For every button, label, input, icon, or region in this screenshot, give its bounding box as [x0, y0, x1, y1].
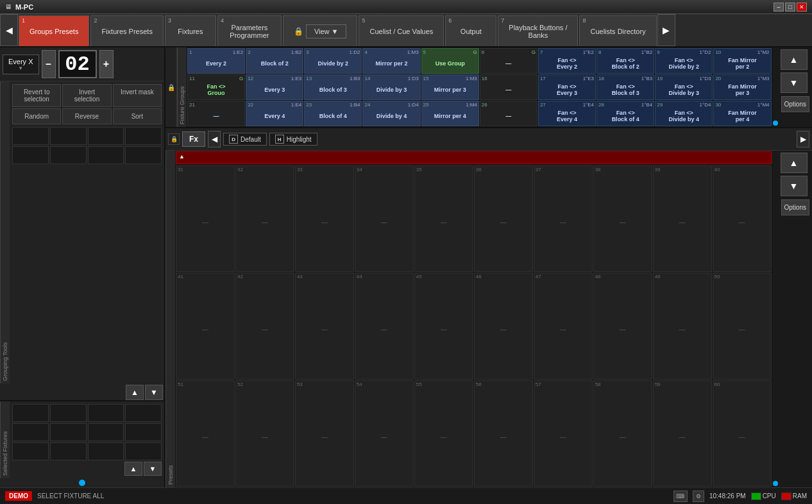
preset-cell-41[interactable]: 41— — [176, 273, 235, 379]
fg-scroll-up-button[interactable]: ▲ — [781, 49, 808, 70]
fg-cell-22[interactable]: 22 1:E4 Every 4 — [246, 101, 303, 126]
preset-cell-56[interactable]: 56— — [474, 380, 533, 487]
minimize-button[interactable]: – — [774, 3, 784, 12]
fg-cell-7[interactable]: 7 1°E2 Fan <>Every 2 — [538, 48, 596, 74]
preset-cell-54[interactable]: 54— — [355, 380, 414, 487]
preset-cell-57[interactable]: 57— — [534, 380, 593, 487]
fg-cell-20[interactable]: 20 1°M3 Fan Mirrorper 3 — [713, 74, 771, 100]
preset-cell-52[interactable]: 52— — [235, 380, 294, 487]
preset-cell-47[interactable]: 47— — [534, 273, 593, 379]
settings-icon[interactable]: ⚙ — [693, 491, 704, 502]
fg-cell-26[interactable]: 26 — — [480, 101, 537, 126]
scroll-up-small-button[interactable]: ▲ — [126, 385, 144, 400]
preset-cell-31[interactable]: 31— — [176, 165, 235, 272]
preset-cell-45[interactable]: 45— — [414, 273, 473, 379]
preset-cell-42[interactable]: 42— — [235, 273, 294, 379]
tab-parameters-programmer[interactable]: 4 ParametersProgrammer — [217, 15, 282, 46]
fg-cell-19[interactable]: 19 1°D3 Fan <>Divide by 3 — [655, 74, 713, 100]
fg-cell-24[interactable]: 24 1:D4 Divide by 4 — [362, 101, 420, 126]
fg-cell-5[interactable]: 5 G Use Group — [421, 48, 479, 74]
preset-cell-59[interactable]: 59— — [653, 380, 712, 487]
invert-mask-button[interactable]: Invert mask — [113, 84, 162, 107]
preset-cell-40[interactable]: 40— — [713, 165, 772, 272]
tab-output[interactable]: 6 Output — [445, 15, 496, 46]
fg-cell-1[interactable]: 1 1:E2 Every 2 — [187, 48, 245, 74]
every-x-button[interactable]: Every X ▼ — [3, 55, 39, 74]
preset-cell-46[interactable]: 46— — [474, 273, 533, 379]
fg-cell-11[interactable]: 11 G Fan <>Grouo — [187, 74, 245, 100]
random-button[interactable]: Random — [12, 108, 61, 124]
reverse-button[interactable]: Reverse — [62, 108, 111, 124]
preset-cell-44[interactable]: 44— — [355, 273, 414, 379]
fx-button[interactable]: Fx — [182, 131, 205, 147]
fg-scroll-down-button[interactable]: ▼ — [781, 72, 808, 93]
tab-groups-presets[interactable]: 1 Groups Presets — [19, 15, 89, 46]
fg-cell-28[interactable]: 28 1°B4 Fan <>Block of 4 — [596, 101, 654, 126]
tab-playback[interactable]: 7 Playback Buttons /Banks — [498, 15, 578, 46]
preset-cell-33[interactable]: 33— — [295, 165, 354, 272]
preset-cell-48[interactable]: 48— — [593, 273, 652, 379]
fg-cell-9[interactable]: 9 1°D2 Fan <>Divide by 2 — [655, 48, 713, 74]
close-button[interactable]: ✕ — [797, 3, 807, 12]
preset-cell-55[interactable]: 55— — [414, 380, 473, 487]
preset-cell-51[interactable]: 51— — [176, 380, 235, 487]
fg-cell-27[interactable]: 27 1°E4 Fan <>Every 4 — [538, 101, 596, 126]
plus-button[interactable]: + — [99, 50, 114, 78]
sel-scroll-down-button[interactable]: ▼ — [144, 462, 162, 476]
invert-selection-button[interactable]: Invertselection — [62, 84, 111, 107]
preset-cell-49[interactable]: 49— — [653, 273, 712, 379]
preset-cell-32[interactable]: 32— — [235, 165, 294, 272]
fg-cell-18[interactable]: 18 1°B3 Fan <>Block of 3 — [596, 74, 654, 100]
view-button[interactable]: View ▼ — [306, 24, 347, 38]
preset-cell-38[interactable]: 38— — [593, 165, 652, 272]
tab-fixtures[interactable]: 3 Fixtures — [165, 15, 216, 46]
tab-next-button[interactable]: ▶ — [657, 14, 675, 46]
tab-cuelists-directory[interactable]: 8 Cuelists Directory — [579, 15, 656, 46]
fg-cell-4[interactable]: 4 1:M3 Mirror per 2 — [362, 48, 420, 74]
grouping-tools-section: Grouping Tools Revert toselection Invert… — [0, 81, 164, 383]
fg-cell-17[interactable]: 17 1°E3 Fan <>Every 3 — [538, 74, 596, 100]
fg-cell-14[interactable]: 14 1:D3 Divide by 3 — [362, 74, 420, 100]
maximize-button[interactable]: □ — [785, 3, 795, 12]
preset-cell-50[interactable]: 50— — [713, 273, 772, 379]
fg-cell-3[interactable]: 3 1:D2 Divide by 2 — [304, 48, 362, 74]
fg-cell-23[interactable]: 23 1:B4 Block of 4 — [304, 101, 362, 126]
fx-next-button[interactable]: ▶ — [797, 131, 809, 147]
preset-cell-35[interactable]: 35— — [414, 165, 473, 272]
fg-cell-6[interactable]: 6 G — — [480, 48, 537, 74]
fg-cell-12[interactable]: 12 1:E3 Every 3 — [246, 74, 303, 100]
fg-cell-16[interactable]: 16 — — [480, 74, 537, 100]
fg-cell-15[interactable]: 15 1:M3 Mirror per 3 — [421, 74, 479, 100]
fg-cell-13[interactable]: 13 1:B3 Block of 3 — [304, 74, 362, 100]
preset-cell-39[interactable]: 39— — [653, 165, 712, 272]
keyboard-icon[interactable]: ⌨ — [673, 491, 688, 502]
fg-options-button[interactable]: Options — [781, 96, 809, 112]
preset-cell-53[interactable]: 53— — [295, 380, 354, 487]
fg-cell-30[interactable]: 30 1°M4 Fan Mirrorper 4 — [713, 101, 771, 126]
presets-scroll-up-button[interactable]: ▲ — [781, 153, 808, 173]
presets-scroll-down-button[interactable]: ▼ — [781, 176, 808, 196]
sel-scroll-up-button[interactable]: ▲ — [124, 462, 142, 476]
preset-cell-58[interactable]: 58— — [593, 380, 652, 487]
tab-prev-button[interactable]: ◀ — [0, 14, 18, 46]
preset-cell-36[interactable]: 36— — [474, 165, 533, 272]
preset-cell-37[interactable]: 37— — [534, 165, 593, 272]
minus-button[interactable]: – — [42, 50, 56, 78]
preset-cell-34[interactable]: 34— — [355, 165, 414, 272]
tab-view[interactable]: 🔒 View ▼ — [283, 15, 358, 46]
preset-cell-43[interactable]: 43— — [295, 273, 354, 379]
fg-cell-8[interactable]: 8 1°B2 Fan <>Block of 2 — [596, 48, 654, 74]
tab-fixtures-presets[interactable]: 2 Fixtures Presets — [90, 15, 163, 46]
fg-cell-21[interactable]: 21 — — [187, 101, 245, 126]
preset-cell-60[interactable]: 60— — [713, 380, 772, 487]
fg-cell-29[interactable]: 29 1°D4 Fan <>Divide by 4 — [655, 101, 713, 126]
fg-cell-25[interactable]: 25 1:M4 Mirror per 4 — [421, 101, 479, 126]
presets-options-button[interactable]: Options — [781, 199, 809, 215]
fg-cell-10[interactable]: 10 1°M2 Fan Mirrorper 2 — [713, 48, 771, 74]
scroll-down-small-button[interactable]: ▼ — [145, 385, 163, 400]
fg-cell-2[interactable]: 2 1:B2 Block of 2 — [246, 48, 303, 74]
tab-cuelist[interactable]: 5 Cuelist / Cue Values — [359, 15, 444, 46]
fx-prev-button[interactable]: ◀ — [208, 131, 221, 147]
sort-button[interactable]: Sort — [113, 108, 162, 124]
revert-selection-button[interactable]: Revert toselection — [12, 84, 61, 107]
